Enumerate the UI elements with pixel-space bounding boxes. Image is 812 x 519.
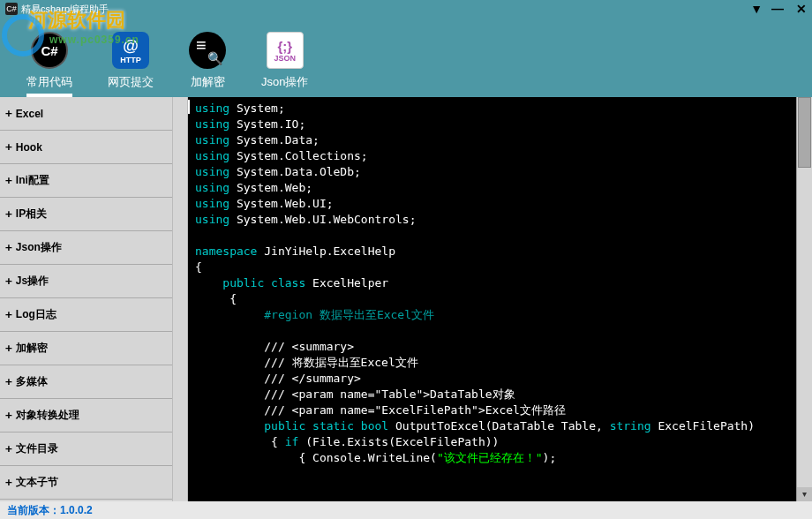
app-icon: C# <box>5 3 18 15</box>
sidebar-item-label: 文件目录 <box>16 441 58 456</box>
expand-icon: + <box>5 241 12 254</box>
expand-icon: + <box>5 174 12 187</box>
title-bar: C# 精易csharp编程助手 ▼ — ✕ <box>0 0 812 18</box>
sidebar-item-label: 多媒体 <box>16 374 48 389</box>
expand-icon: + <box>5 375 12 388</box>
toolbar: C#常用代码HTTP网页提交加解密JSONJson操作 <box>0 18 812 97</box>
sidebar-item[interactable]: +文本子节 <box>0 466 172 500</box>
expand-icon: + <box>5 140 12 154</box>
sidebar-item-label: 对象转换处理 <box>16 408 79 423</box>
sidebar-item-label: Ini配置 <box>16 173 49 188</box>
sidebar-item[interactable]: +加解密 <box>0 332 172 365</box>
menu-icon[interactable]: ▼ <box>750 2 759 16</box>
sidebar-item[interactable]: +Json操作 <box>0 231 172 265</box>
expand-icon: + <box>5 342 12 355</box>
sidebar-item[interactable]: +Js操作 <box>0 265 172 298</box>
sidebar-item[interactable]: +Excel <box>0 97 172 131</box>
sidebar-item[interactable]: +多媒体 <box>0 365 172 399</box>
expand-icon: + <box>5 275 12 288</box>
http-icon: HTTP <box>112 32 149 69</box>
csharp-icon: C# <box>31 32 68 69</box>
close-button[interactable]: ✕ <box>796 2 807 16</box>
crypt-icon <box>189 32 226 69</box>
sidebar-item[interactable]: +文件目录 <box>0 432 172 466</box>
expand-icon: + <box>5 207 12 221</box>
sidebar-item[interactable]: +对象转换处理 <box>0 399 172 432</box>
sidebar: +Excel+Hook+Ini配置+IP相关+Json操作+Js操作+Log日志… <box>0 97 172 501</box>
json-icon: JSON <box>267 32 304 69</box>
expand-icon: + <box>5 308 12 321</box>
scroll-down-icon[interactable]: ▾ <box>797 487 812 501</box>
sidebar-item-label: 加解密 <box>16 341 48 356</box>
sidebar-item-label: Excel <box>16 108 43 120</box>
window-title: 精易csharp编程助手 <box>21 3 109 16</box>
tab-http[interactable]: HTTP网页提交 <box>108 32 154 97</box>
scrollbar-thumb[interactable] <box>798 97 811 168</box>
expand-icon: + <box>5 107 12 120</box>
sidebar-item-label: Hook <box>16 141 42 154</box>
sidebar-item[interactable]: +Log日志 <box>0 298 172 332</box>
sidebar-item-label: 文本子节 <box>16 475 58 490</box>
minimize-button[interactable]: — <box>771 2 784 16</box>
expand-icon: + <box>5 442 12 455</box>
sidebar-item[interactable]: +IP相关 <box>0 198 172 231</box>
sidebar-item-label: IP相关 <box>16 207 47 222</box>
expand-icon: + <box>5 476 12 489</box>
sidebar-item-label: Js操作 <box>16 274 49 289</box>
code-editor[interactable]: using System; using System.IO; using Sys… <box>188 97 796 501</box>
version-label: 当前版本： <box>7 503 60 518</box>
editor-scrollbar[interactable]: ▾ <box>796 97 812 501</box>
sidebar-scrollbar[interactable] <box>172 97 188 501</box>
tab-json[interactable]: JSONJson操作 <box>261 32 308 97</box>
sidebar-item-label: Log日志 <box>16 307 56 322</box>
tab-label: 常用代码 <box>26 74 72 90</box>
expand-icon: + <box>5 409 12 422</box>
version-number: 1.0.0.2 <box>60 504 93 516</box>
tab-label: Json操作 <box>261 74 308 90</box>
tab-label: 网页提交 <box>108 74 154 90</box>
status-bar: 当前版本： 1.0.0.2 <box>0 501 812 519</box>
sidebar-item[interactable]: +Ini配置 <box>0 164 172 198</box>
tab-csharp[interactable]: C#常用代码 <box>26 32 72 97</box>
tab-crypt[interactable]: 加解密 <box>189 32 226 97</box>
tab-label: 加解密 <box>191 74 225 90</box>
sidebar-item-label: Json操作 <box>16 240 62 255</box>
sidebar-item[interactable]: +Hook <box>0 131 172 164</box>
